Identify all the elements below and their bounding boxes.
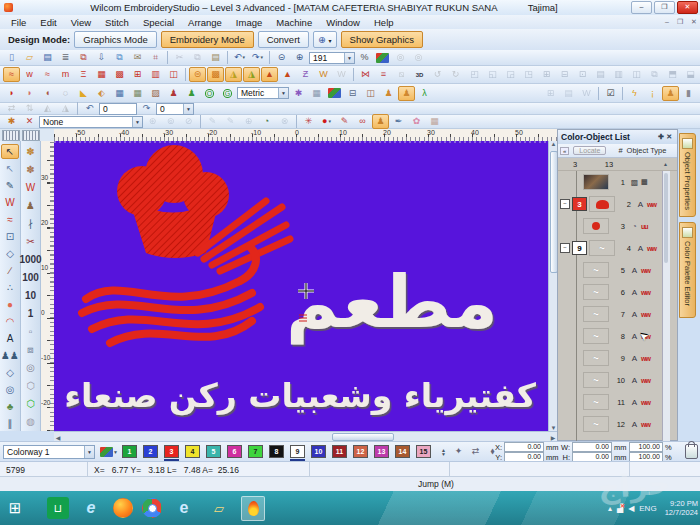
cross-stitch-icon[interactable]: ▥ (147, 67, 164, 82)
figure-green-icon[interactable]: ♟ (183, 86, 200, 101)
nudge-10-icon[interactable]: 10 (22, 288, 40, 304)
travel-start-icon[interactable]: ✳ (300, 114, 317, 129)
zoom-dropdown-arrow[interactable]: ▼ (344, 53, 354, 63)
fill-grid2-icon[interactable]: ▦ (129, 86, 146, 101)
color-swatch-14[interactable]: 14 (395, 445, 410, 458)
swirl-tool-icon[interactable]: ◍ (22, 414, 40, 430)
redo-icon[interactable]: ↷▾ (249, 50, 266, 65)
rotate-ccw-icon[interactable]: ↶ (81, 101, 98, 116)
object-row-3[interactable]: 3◔uu (558, 215, 670, 237)
design-subtitle-text[interactable]: كفتيرياء وشعبيات ركن صنعاء (64, 376, 537, 416)
reshape-icon[interactable]: ↖ (1, 161, 19, 176)
nudge-100-icon[interactable]: 100 (21, 270, 40, 286)
menu-window[interactable]: Window (319, 16, 367, 29)
taskbar-firefox-icon[interactable] (113, 498, 133, 518)
object-thumbnail[interactable]: ~ (583, 262, 609, 278)
taskbar-chrome-icon[interactable] (142, 498, 162, 518)
tree-expander[interactable]: − (560, 199, 570, 209)
zoom-percent-icon[interactable]: % (356, 50, 373, 65)
colorway-select[interactable]: Colorway 1▼ (3, 445, 95, 459)
arc-tool-icon[interactable]: ◠ (1, 314, 19, 329)
flexi-split-icon[interactable]: ◮ (225, 67, 242, 82)
rotate-cw-dim-icon[interactable]: ↻ (447, 67, 464, 82)
rotate-angle-input[interactable]: 0 (99, 103, 137, 115)
distribute-v-icon[interactable]: ◫ (628, 67, 645, 82)
rotate-ccw-dim-icon[interactable]: ↺ (429, 67, 446, 82)
menu-stitch[interactable]: Stitch (98, 16, 136, 29)
marquee-box-icon[interactable]: ▫ (22, 324, 40, 340)
color-swatch-5[interactable]: 5 (206, 445, 221, 458)
menu-file[interactable]: File (4, 16, 33, 29)
chain-red-icon[interactable]: ∞ (354, 114, 371, 129)
lightning-tool-icon[interactable]: ϟ (626, 86, 643, 101)
palette-colors-icon[interactable] (100, 447, 113, 457)
tray-expand-icon[interactable]: ▴ (608, 504, 612, 513)
graphics-mode-button[interactable]: Graphics Mode (74, 31, 156, 48)
palette-dropdown-arrow[interactable]: ▼ (113, 449, 118, 455)
object-thumbnail[interactable]: ~ (583, 284, 609, 300)
effects-icon[interactable]: ✱ (3, 114, 20, 129)
style-dropdown-arrow[interactable]: ▼ (132, 117, 142, 127)
remove-effects-icon[interactable]: ✕ (21, 114, 38, 129)
grid-dim1-icon[interactable]: ⊞ (542, 86, 559, 101)
stop-color-icon[interactable]: ●▾ (318, 114, 335, 129)
ellipse-tool-icon[interactable]: ● (1, 297, 19, 312)
align-middle-icon[interactable]: ⊞ (538, 67, 555, 82)
satin-stitch-icon[interactable]: Ξ (75, 67, 92, 82)
color-swatch-15[interactable]: 15 (416, 445, 431, 458)
stitch-w2-icon[interactable]: W (22, 180, 40, 196)
horizontal-scroll-thumb[interactable] (332, 433, 394, 441)
feather-tool-icon[interactable]: ✒ (390, 114, 407, 129)
menu-image[interactable]: Image (229, 16, 269, 29)
colorway-dropdown-arrow[interactable]: ▼ (84, 446, 94, 458)
volume-icon[interactable]: ◀ (628, 504, 634, 513)
scissors-trim-icon[interactable]: ✂ (22, 234, 40, 250)
skew-left-icon[interactable]: ◭ (39, 101, 56, 116)
group-icon[interactable]: ⧉ (646, 67, 663, 82)
object-row-11[interactable]: ~11Aww (558, 391, 670, 413)
stitch-wave-icon[interactable]: ≈ (1, 212, 19, 227)
color-swatch-4[interactable]: 4 (185, 445, 200, 458)
hatch-tool-icon[interactable]: ∥ (1, 416, 19, 431)
object-thumbnail[interactable]: ~ (583, 416, 609, 432)
monogram-icon[interactable]: ♟♟ (0, 348, 20, 363)
polygon-select-icon[interactable]: ◇ (1, 246, 19, 261)
freehand-pen-icon[interactable]: ✎ (1, 178, 19, 193)
send-email-icon[interactable]: ✉ (129, 50, 146, 65)
object-thumbnail[interactable] (583, 218, 609, 234)
motif-fill-icon[interactable]: ⊞ (129, 67, 146, 82)
ring-tool-icon[interactable]: O (201, 86, 218, 101)
color-swatch-13[interactable]: 13 (374, 445, 389, 458)
g-tool-icon[interactable]: G (219, 86, 236, 101)
run-stitch-icon[interactable]: ≈ (3, 67, 20, 82)
align-left-icon[interactable]: ◰ (466, 67, 483, 82)
open-design-icon[interactable]: ▱ (21, 50, 38, 65)
align-right-icon[interactable]: ◲ (502, 67, 519, 82)
fill-leaf-pattern-icon[interactable]: ◗ (21, 86, 38, 101)
scroll-right-arrow[interactable]: ▶ (549, 434, 557, 441)
list-scroll-up-icon[interactable]: ▲ (663, 161, 668, 167)
globe-button[interactable]: ⊕ ▾ (313, 31, 337, 48)
lock-icon[interactable]: ⬓ (682, 67, 699, 82)
bird-active-icon[interactable]: ♟ (372, 114, 389, 129)
needle-point-icon[interactable]: ∤ (22, 216, 40, 232)
tree-expander[interactable]: − (560, 243, 570, 253)
new-design-icon[interactable]: ▯ (3, 50, 20, 65)
pattern-fill-icon[interactable]: ▩ (111, 67, 128, 82)
object-thumbnail[interactable]: ~ (583, 372, 609, 388)
pattern-pink-icon[interactable]: ✿ (408, 114, 425, 129)
link-dim-icon[interactable]: ⊗ (276, 114, 293, 129)
figure-red-icon[interactable]: ♟ (165, 86, 182, 101)
pin-tool-icon[interactable]: ♟ (22, 198, 40, 214)
color-swatch-10[interactable]: 10 (311, 445, 326, 458)
nudge-1000-icon[interactable]: 1000 (18, 252, 42, 268)
object-thumbnail[interactable]: ~ (589, 240, 615, 256)
pen2-dim-icon[interactable]: ✎ (222, 114, 239, 129)
object-row-9[interactable]: ~9Aww (558, 347, 670, 369)
nested-square-icon[interactable]: ⧈ (22, 342, 40, 358)
align-top-icon[interactable]: ◳ (520, 67, 537, 82)
tab-color-palette-editor[interactable]: Color Palette Editor (679, 222, 696, 318)
object-row-10[interactable]: ~10Aww (558, 369, 670, 391)
triple-run-icon[interactable]: w (21, 67, 38, 82)
color-swatch-1[interactable]: 1 (122, 445, 137, 458)
